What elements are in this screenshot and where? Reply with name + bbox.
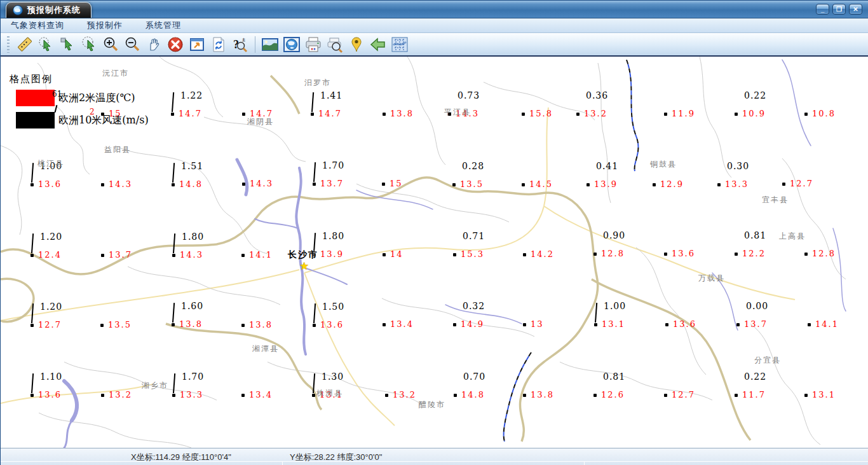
grid-point-dot bbox=[100, 324, 104, 327]
clear-map-button[interactable] bbox=[165, 35, 186, 54]
grid-point-dot bbox=[172, 254, 175, 257]
grid-point-dot bbox=[735, 253, 738, 256]
title-bar: 预报制作系统 _ ❐ ✕ bbox=[1, 1, 868, 18]
city-label-湘阴县: 湘阴县 bbox=[247, 116, 274, 127]
obscured-wind-value-fragment: 61 bbox=[52, 90, 62, 99]
back-navigation-button[interactable] bbox=[367, 35, 389, 54]
select-arrow-button[interactable] bbox=[57, 35, 78, 54]
city-label-上高县: 上高县 bbox=[779, 231, 806, 242]
refresh-layers-button[interactable] bbox=[208, 35, 229, 54]
grid-point-temperature: 13.5 bbox=[460, 179, 484, 189]
toolbar-grip[interactable] bbox=[7, 36, 10, 53]
grid-point-wind-speed: 1.70 bbox=[182, 371, 204, 382]
select-lasso-icon bbox=[81, 36, 97, 53]
svg-text:?: ? bbox=[233, 38, 239, 51]
grid-point-wind-speed: 1.00 bbox=[604, 301, 626, 311]
city-label-分宜县: 分宜县 bbox=[754, 355, 781, 366]
grid-point-dot bbox=[523, 323, 526, 326]
print-preview-button[interactable] bbox=[324, 35, 346, 54]
placemark-button[interactable] bbox=[346, 35, 367, 54]
toolbar-separator bbox=[255, 36, 255, 53]
legend-wind-swatch bbox=[16, 112, 55, 128]
grid-point-temperature: 13.2 bbox=[584, 109, 607, 118]
grid-point-dot bbox=[172, 183, 175, 186]
grid-point-temperature: 14.7 bbox=[179, 109, 202, 118]
menu-system-management[interactable]: 系统管理 bbox=[143, 18, 184, 32]
grid-point-dot bbox=[31, 394, 34, 397]
zoom-in-button[interactable] bbox=[100, 35, 121, 54]
grid-point-dot bbox=[717, 183, 721, 186]
obscured-temp-value-fragment: 2 bbox=[90, 108, 95, 116]
select-lasso-button[interactable] bbox=[78, 35, 100, 54]
grid-point-wind-speed: 0.71 bbox=[463, 231, 485, 241]
grid-point-temperature: 13.4 bbox=[390, 319, 414, 329]
grid-point-temperature: 13.9 bbox=[594, 179, 618, 189]
restore-button[interactable]: ❐ bbox=[832, 4, 846, 15]
city-label-汨罗市: 汨罗市 bbox=[304, 78, 331, 88]
print-button[interactable] bbox=[302, 35, 324, 54]
identify-zoom-button[interactable]: ? ± bbox=[229, 35, 251, 54]
full-extent-window-button[interactable] bbox=[186, 35, 208, 54]
grid-point-dot bbox=[804, 253, 808, 256]
grid-point-dot bbox=[782, 183, 785, 186]
grid-point-dot bbox=[804, 394, 808, 397]
city-label-长沙市: 长沙市 bbox=[288, 249, 318, 261]
grid-point-temperature: 13.6 bbox=[673, 319, 696, 329]
city-label-铜鼓县: 铜鼓县 bbox=[650, 159, 677, 170]
image-icon bbox=[261, 36, 279, 53]
grid-point-temperature: 13.8 bbox=[531, 390, 554, 399]
menu-weather-data-query[interactable]: 气象资料查询 bbox=[8, 18, 67, 32]
close-button[interactable]: ✕ bbox=[849, 4, 862, 15]
grid-point-dot bbox=[523, 253, 526, 256]
app-globe-icon bbox=[13, 5, 23, 15]
menu-forecast-production[interactable]: 预报制作 bbox=[85, 18, 125, 32]
grid-point-temperature: 13.4 bbox=[249, 390, 273, 399]
city-label-醴陵市: 醴陵市 bbox=[419, 399, 445, 410]
app-window: 预报制作系统 _ ❐ ✕ 气象资料查询 预报制作 系统管理 bbox=[0, 0, 868, 465]
city-label-平江县: 平江县 bbox=[444, 107, 471, 118]
city-label-株洲县: 株洲县 bbox=[316, 388, 343, 399]
grid-point-temperature: 12.7 bbox=[672, 390, 695, 399]
zoom-out-button[interactable] bbox=[121, 35, 143, 54]
grid-point-temperature: 12.9 bbox=[660, 179, 684, 189]
zoom-in-icon bbox=[102, 36, 119, 53]
toolbar: ? ± bbox=[1, 33, 868, 57]
grid-point-dot bbox=[593, 394, 597, 397]
grid-point-temperature: 13.8 bbox=[390, 109, 414, 118]
globe-view-button[interactable] bbox=[281, 35, 302, 54]
grid-point-dot bbox=[311, 113, 314, 116]
grid-point-wind-speed: 1.10 bbox=[40, 371, 62, 382]
grid-point-dot bbox=[172, 394, 175, 397]
grid-point-temperature: 13.7 bbox=[109, 250, 132, 260]
image-export-button[interactable] bbox=[259, 35, 281, 54]
grid-point-wind-speed: 1.41 bbox=[320, 90, 342, 101]
grid-point-dot bbox=[664, 113, 667, 116]
grid-point-dot bbox=[172, 323, 175, 326]
grid-point-temperature: 14.3 bbox=[109, 179, 132, 189]
grid-point-temperature: 13.3 bbox=[725, 179, 749, 189]
pan-hand-button[interactable] bbox=[143, 35, 165, 54]
grid-point-temperature: 13.3 bbox=[180, 390, 203, 399]
grid-point-dot bbox=[382, 183, 385, 186]
grid-region-select-button[interactable] bbox=[389, 35, 410, 54]
grid-point-dot bbox=[31, 324, 34, 327]
grid-point-temperature: 12.7 bbox=[790, 179, 813, 188]
grid-point-dot bbox=[101, 183, 104, 186]
select-by-circle-button[interactable] bbox=[35, 35, 57, 54]
grid-point-temperature: 12.4 bbox=[38, 250, 62, 260]
grid-point-temperature: 13.8 bbox=[179, 319, 203, 329]
map-canvas[interactable]: 1514.71.2214.714.71.4113.814.30.7315.813… bbox=[1, 57, 868, 448]
title-tab[interactable]: 预报制作系统 bbox=[6, 2, 92, 18]
grid-point-wind-speed: 0.36 bbox=[586, 90, 608, 101]
legend-temp-label: 欧洲2米温度(℃) bbox=[58, 92, 135, 105]
grid-point-temperature: 13.7 bbox=[744, 319, 768, 329]
measure-icon bbox=[16, 36, 32, 53]
measure-tool-button[interactable] bbox=[13, 35, 35, 54]
grid-point-temperature: 14.8 bbox=[179, 179, 203, 189]
select-circle-icon bbox=[37, 36, 54, 53]
minimize-button[interactable]: _ bbox=[816, 4, 829, 15]
zoom-out-icon bbox=[124, 36, 140, 53]
city-label-沅江市: 沅江市 bbox=[102, 68, 129, 79]
grid-point-wind-speed: 0.81 bbox=[744, 230, 766, 240]
grid-point-wind-speed: 0.81 bbox=[603, 371, 625, 382]
